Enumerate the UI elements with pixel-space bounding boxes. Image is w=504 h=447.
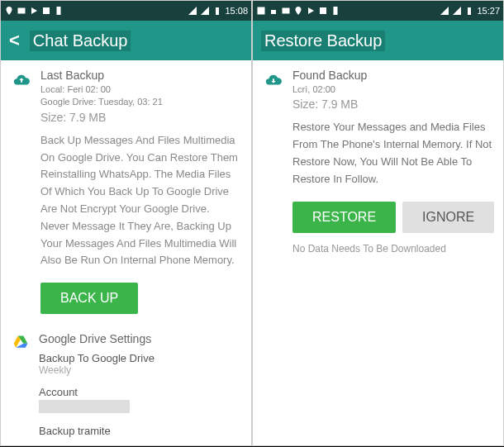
download-note: No Data Needs To Be Downloaded	[292, 243, 494, 254]
cloud-download-icon	[264, 71, 283, 89]
backup-frequency-label[interactable]: Backup To Google Drive	[39, 352, 240, 364]
svg-marker-13	[308, 7, 314, 14]
location-icon	[293, 6, 303, 16]
backup-gdrive-time: Google Drive: Tuesday, 03: 21	[40, 96, 240, 108]
back-icon[interactable]: <	[9, 30, 20, 51]
ignore-button[interactable]: IGNORE	[402, 202, 494, 233]
clock: 15:08	[225, 6, 248, 16]
backup-tramite-label[interactable]: Backup tramite	[39, 425, 240, 437]
svg-rect-10	[258, 7, 265, 15]
cloud-upload-icon	[12, 71, 31, 89]
app-bar-title: Chat Backup	[30, 31, 131, 51]
content: Last Backup Local: Feri 02: 00 Google Dr…	[1, 60, 251, 445]
svg-rect-0	[18, 8, 26, 14]
phone-icon	[54, 6, 64, 16]
app-bar: Restore Backup	[253, 21, 503, 60]
svg-marker-16	[440, 7, 449, 15]
location-icon	[4, 6, 14, 16]
lock-icon	[269, 6, 278, 16]
image-icon	[256, 6, 266, 16]
battery-icon	[464, 6, 474, 16]
box-icon	[318, 6, 328, 16]
battery-icon	[212, 6, 222, 16]
found-backup-size: Size: 7.9 MB	[292, 97, 494, 111]
wifi-icon	[200, 6, 210, 16]
phone-right: 15:27 Restore Backup Found Backup Lcrì, …	[252, 0, 504, 446]
svg-rect-14	[320, 7, 326, 14]
svg-marker-1	[31, 7, 37, 14]
status-bar: 15:08	[1, 1, 251, 21]
backup-local-time: Local: Feri 02: 00	[40, 83, 240, 96]
phone-left: 15:08 < Chat Backup Last Backup Local: F…	[0, 0, 252, 446]
found-backup-time: Lcrì, 02:00	[292, 83, 494, 96]
svg-rect-11	[271, 10, 276, 14]
svg-rect-12	[283, 8, 290, 14]
signal-icon	[440, 6, 449, 16]
phone-icon	[330, 6, 340, 16]
app-bar: < Chat Backup	[1, 21, 251, 60]
content: Found Backup Lcrì, 02:00 Size: 7.9 MB Re…	[253, 60, 503, 445]
svg-rect-2	[43, 7, 50, 14]
account-value-redacted	[39, 400, 130, 413]
svg-rect-15	[334, 7, 338, 15]
found-backup-heading: Found Backup	[292, 69, 494, 82]
wifi-icon	[452, 6, 462, 16]
svg-rect-3	[57, 7, 61, 15]
last-backup-heading: Last Backup	[40, 69, 240, 82]
play-icon	[306, 6, 316, 16]
backup-frequency-value: Weekly	[39, 364, 240, 376]
box-icon	[41, 6, 51, 16]
mail-icon	[17, 6, 26, 16]
backup-size: Size: 7.9 MB	[40, 111, 240, 124]
signal-icon	[188, 6, 197, 16]
backup-description: Back Up Messages And Files Multimedia On…	[40, 132, 240, 269]
backup-button[interactable]: BACK UP	[40, 283, 138, 314]
google-drive-icon	[12, 334, 29, 350]
account-label[interactable]: Account	[39, 386, 240, 398]
svg-rect-6	[216, 7, 219, 15]
svg-marker-17	[453, 7, 461, 15]
mail-icon	[281, 6, 291, 16]
app-bar-title: Restore Backup	[261, 31, 385, 51]
restore-button[interactable]: Restore	[292, 202, 396, 233]
play-icon	[29, 6, 39, 16]
status-bar: 15:27	[253, 1, 503, 21]
svg-marker-5	[201, 7, 209, 15]
clock: 15:27	[477, 6, 500, 16]
svg-marker-4	[188, 7, 197, 15]
svg-rect-18	[468, 7, 471, 15]
restore-description: Restore Your Messages and Media Files Fr…	[292, 119, 494, 188]
gdrive-settings-heading: Google Drive Settings	[39, 332, 240, 345]
